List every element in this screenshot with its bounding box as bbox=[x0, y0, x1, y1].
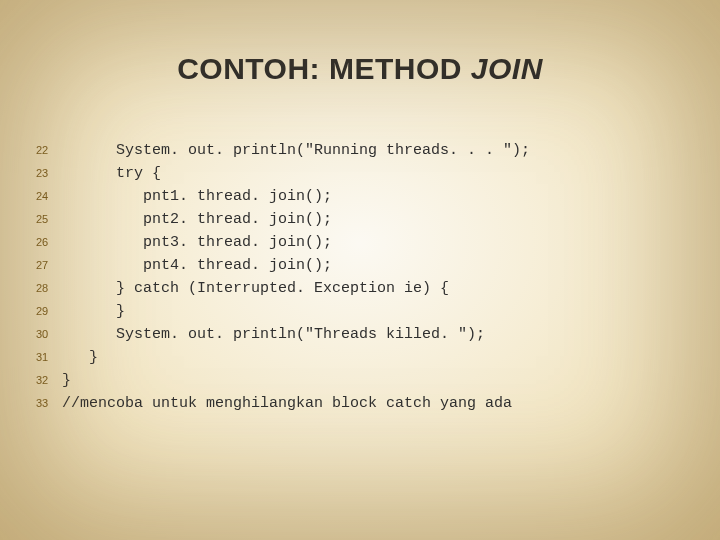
code-line: 26 pnt3. thread. join(); bbox=[36, 234, 700, 251]
line-number: 32 bbox=[36, 374, 62, 386]
code-block: 22 System. out. println("Running threads… bbox=[36, 142, 700, 418]
code-text: } bbox=[62, 349, 98, 366]
code-line: 24 pnt1. thread. join(); bbox=[36, 188, 700, 205]
line-number: 23 bbox=[36, 167, 62, 179]
code-text: } catch (Interrupted. Exception ie) { bbox=[62, 280, 449, 297]
line-number: 31 bbox=[36, 351, 62, 363]
code-line: 29 } bbox=[36, 303, 700, 320]
line-number: 22 bbox=[36, 144, 62, 156]
line-number: 30 bbox=[36, 328, 62, 340]
code-text: pnt3. thread. join(); bbox=[62, 234, 332, 251]
code-line: 23 try { bbox=[36, 165, 700, 182]
code-text: System. out. println("Running threads. .… bbox=[62, 142, 530, 159]
title-main: CONTOH: METHOD bbox=[177, 52, 471, 85]
code-text: pnt2. thread. join(); bbox=[62, 211, 332, 228]
line-number: 29 bbox=[36, 305, 62, 317]
code-line: 22 System. out. println("Running threads… bbox=[36, 142, 700, 159]
line-number: 26 bbox=[36, 236, 62, 248]
code-text: } bbox=[62, 372, 71, 389]
code-line: 27 pnt4. thread. join(); bbox=[36, 257, 700, 274]
code-line: 33 //mencoba untuk menghilangkan block c… bbox=[36, 395, 700, 412]
code-text: pnt1. thread. join(); bbox=[62, 188, 332, 205]
code-text: System. out. println("Threads killed. ")… bbox=[62, 326, 485, 343]
title-italic: JOIN bbox=[471, 52, 543, 85]
code-text: pnt4. thread. join(); bbox=[62, 257, 332, 274]
code-line: 32 } bbox=[36, 372, 700, 389]
line-number: 25 bbox=[36, 213, 62, 225]
line-number: 28 bbox=[36, 282, 62, 294]
code-line: 28 } catch (Interrupted. Exception ie) { bbox=[36, 280, 700, 297]
code-line: 31 } bbox=[36, 349, 700, 366]
line-number: 24 bbox=[36, 190, 62, 202]
line-number: 27 bbox=[36, 259, 62, 271]
code-line: 25 pnt2. thread. join(); bbox=[36, 211, 700, 228]
code-text: } bbox=[62, 303, 125, 320]
code-line: 30 System. out. println("Threads killed.… bbox=[36, 326, 700, 343]
slide-title: CONTOH: METHOD JOIN bbox=[0, 52, 720, 86]
code-text: try { bbox=[62, 165, 161, 182]
code-text: //mencoba untuk menghilangkan block catc… bbox=[62, 395, 512, 412]
line-number: 33 bbox=[36, 397, 62, 409]
